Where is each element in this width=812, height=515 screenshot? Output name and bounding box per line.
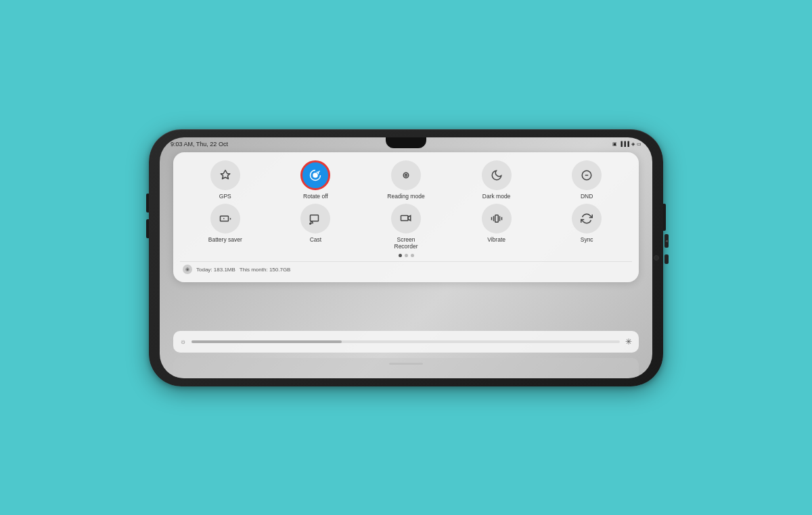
dot-2 [405,254,408,257]
dnd-label: DND [581,193,593,200]
side-camera [654,255,659,261]
battery-icon: ▭ [637,141,641,147]
qs-item-rotate-off[interactable]: Rotate off [294,160,337,200]
dnd-icon-circle [572,160,602,190]
qs-item-dnd[interactable]: DND [565,160,608,200]
qs-item-vibrate[interactable]: Vibrate [475,204,518,243]
dark-mode-icon-circle [482,160,512,190]
quick-settings-row-2: Battery saver Cast [180,204,632,250]
dnd-icon [581,169,593,181]
vibrate-icon-circle [482,204,512,233]
battery-saver-icon [219,212,231,225]
gps-label: GPS [219,193,231,200]
volume-down-button[interactable] [146,219,149,238]
qs-item-screen-recorder[interactable]: Screen Recorder [384,204,428,250]
phone-device: 9:03 AM, Thu, 22 Oct ▣ ▐▐▐ ◈ ▭ [149,129,663,386]
square-button [664,254,669,264]
sync-label: Sync [581,236,593,243]
svg-rect-7 [495,215,498,222]
reading-mode-icon [400,169,412,181]
screen-recorder-label: Screen Recorder [384,236,428,250]
brightness-control[interactable]: ☼ ✳ [173,331,639,353]
status-icons: ▣ ▐▐▐ ◈ ▭ [612,141,641,147]
quick-settings-row-1: GPS Rotate off [180,160,632,200]
vibrate-icon [491,212,503,225]
reading-mode-icon-circle [391,160,421,190]
qs-item-reading-mode[interactable]: Reading mode [384,160,428,200]
qs-item-gps[interactable]: GPS [204,160,247,200]
volume-up-button[interactable] [146,194,149,212]
svg-rect-6 [401,215,408,221]
svg-point-1 [403,173,409,178]
svg-point-0 [313,173,317,177]
brightness-slider[interactable] [191,340,620,343]
phone-notch [386,137,426,148]
data-usage-row: ◉ Today: 183.1MB This month: 150.7GB [180,261,632,274]
reading-mode-label: Reading mode [387,193,424,200]
sync-icon-circle [572,204,602,233]
signal-icon: ▐▐▐ [619,141,629,146]
brightness-low-icon: ☼ [180,338,186,345]
screen-recorder-icon-circle [391,204,421,233]
status-time: 9:03 AM, Thu, 22 Oct [171,141,228,148]
data-usage-icon: ◉ [183,265,192,274]
phone-body: 9:03 AM, Thu, 22 Oct ▣ ▐▐▐ ◈ ▭ [149,129,663,386]
dot-3 [411,254,414,257]
bottom-panel-hint [173,358,639,378]
svg-point-2 [405,174,407,176]
dot-1 [399,254,402,257]
dark-mode-icon [491,169,503,181]
qs-item-battery-saver[interactable]: Battery saver [204,204,247,243]
data-month: This month: 150.7GB [240,267,291,273]
svg-point-5 [310,223,311,224]
qs-item-sync[interactable]: Sync [565,204,608,243]
gps-icon [219,169,231,181]
page-dots [180,254,632,257]
rotate-off-icon-circle [300,160,330,190]
sim-icon: ▣ [612,141,617,147]
wifi-icon: ◈ [631,141,635,147]
gps-icon-circle [210,160,240,190]
rotate-off-icon [309,169,321,181]
battery-saver-label: Battery saver [208,236,242,243]
dark-mode-label: Dark mode [482,193,511,200]
data-today: Today: 183.1MB [196,267,235,273]
arrow-button [664,234,669,248]
cast-label: Cast [310,236,321,243]
battery-saver-icon-circle [210,204,240,233]
cast-icon-circle [300,204,330,233]
brightness-high-icon: ✳ [625,337,632,346]
rotate-off-label: Rotate off [303,193,328,200]
sync-icon [581,212,593,225]
phone-screen: 9:03 AM, Thu, 22 Oct ▣ ▐▐▐ ◈ ▭ [160,137,652,378]
svg-rect-4 [311,215,319,221]
screen-recorder-icon [400,212,412,225]
brightness-fill [191,340,341,343]
quick-settings-panel: GPS Rotate off [173,152,639,283]
cast-icon [309,212,321,225]
power-button[interactable] [663,204,666,231]
qs-item-dark-mode[interactable]: Dark mode [475,160,518,200]
qs-item-cast[interactable]: Cast [294,204,337,243]
vibrate-label: Vibrate [487,236,505,243]
